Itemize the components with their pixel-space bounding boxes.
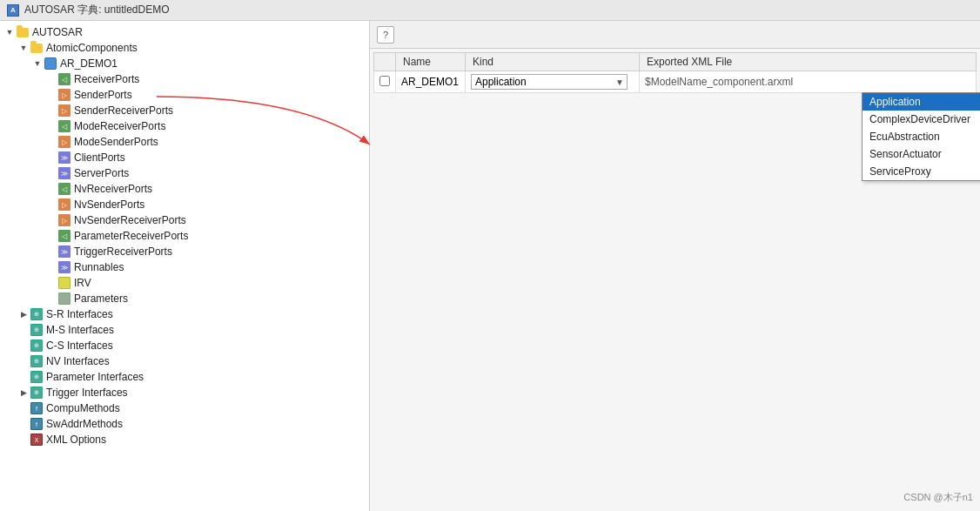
node-icon: f bbox=[30, 401, 44, 415]
node-icon: ▷ bbox=[57, 104, 71, 118]
tree-item-irv[interactable]: IRV bbox=[0, 275, 369, 291]
left-panel: ▼AUTOSAR▼AtomicComponents▼AR_DEMO1◁Recei… bbox=[0, 21, 370, 511]
data-table: Name Kind Exported XML File AR_DEMO1 bbox=[373, 52, 977, 93]
node-icon: ◁ bbox=[57, 119, 71, 133]
node-label: NV Interfaces bbox=[46, 355, 110, 367]
tree-item-sender-ports[interactable]: ▷SenderPorts bbox=[0, 87, 369, 103]
expand-icon[interactable]: ▼ bbox=[31, 57, 44, 70]
node-icon: ⊕ bbox=[30, 339, 44, 353]
expand-icon[interactable]: ▶ bbox=[17, 387, 30, 399]
node-label: AUTOSAR bbox=[32, 26, 83, 38]
expand-icon[interactable]: ▼ bbox=[3, 26, 16, 38]
col-header-checkbox bbox=[374, 53, 396, 71]
node-label: S-R Interfaces bbox=[46, 308, 113, 320]
tree-item-server-ports[interactable]: ≫ServerPorts bbox=[0, 165, 369, 181]
right-toolbar: ? bbox=[370, 21, 980, 49]
tree-item-xml-options[interactable]: XXML Options bbox=[0, 432, 369, 447]
node-icon: ≫ bbox=[57, 166, 71, 180]
kind-select-wrapper[interactable]: ▼ bbox=[471, 74, 628, 90]
row-checkbox-cell[interactable] bbox=[374, 71, 396, 93]
node-icon bbox=[16, 25, 30, 39]
tree-item-client-ports[interactable]: ≫ClientPorts bbox=[0, 150, 369, 165]
node-icon bbox=[57, 276, 71, 290]
node-icon: ◁ bbox=[57, 72, 71, 86]
tree-item-autosar-root[interactable]: ▼AUTOSAR bbox=[0, 24, 369, 40]
tree-item-nv-interfaces[interactable]: ⊕NV Interfaces bbox=[0, 353, 369, 369]
node-label: CompuMethods bbox=[46, 402, 120, 414]
node-icon: ▷ bbox=[57, 135, 71, 149]
tree-item-sender-receiver-ports[interactable]: ▷SenderReceiverPorts bbox=[0, 103, 369, 118]
tree-item-parameter-interfaces[interactable]: ⊕Parameter Interfaces bbox=[0, 369, 369, 385]
node-label: Parameters bbox=[74, 292, 128, 305]
tree-item-nv-sender-ports[interactable]: ▷NvSenderPorts bbox=[0, 197, 369, 212]
node-label: Parameter Interfaces bbox=[46, 371, 144, 383]
kind-input[interactable] bbox=[471, 74, 628, 90]
dropdown-option-serviceproxy[interactable]: ServiceProxy bbox=[863, 163, 980, 180]
node-icon: ⊕ bbox=[30, 386, 44, 400]
node-icon bbox=[30, 41, 44, 55]
node-icon: ≫ bbox=[57, 151, 71, 165]
col-header-exported: Exported XML File bbox=[640, 53, 977, 71]
node-icon: ⊕ bbox=[30, 370, 44, 384]
node-label: C-S Interfaces bbox=[46, 340, 113, 352]
tree-item-atomic-components[interactable]: ▼AtomicComponents bbox=[0, 40, 369, 56]
node-label: IRV bbox=[74, 277, 91, 289]
dropdown-option-application[interactable]: Application bbox=[863, 93, 980, 111]
tree-item-nv-receiver-ports[interactable]: ◁NvReceiverPorts bbox=[0, 181, 369, 197]
tree-item-cs-interfaces[interactable]: ⊕C-S Interfaces bbox=[0, 338, 369, 353]
row-name: AR_DEMO1 bbox=[401, 76, 459, 88]
node-label: AtomicComponents bbox=[46, 42, 138, 54]
tree-item-ms-interfaces[interactable]: ⊕M-S Interfaces bbox=[0, 322, 369, 338]
kind-dropdown[interactable]: ApplicationComplexDeviceDriverEcuAbstrac… bbox=[862, 92, 980, 181]
expand-icon[interactable]: ▼ bbox=[17, 42, 30, 54]
dropdown-option-sensoractuator[interactable]: SensorActuator bbox=[863, 145, 980, 163]
help-button[interactable]: ? bbox=[377, 26, 394, 44]
tree-item-compu-methods[interactable]: fCompuMethods bbox=[0, 400, 369, 416]
right-panel: ? Name Kind Exported XML File bbox=[370, 21, 980, 511]
tree-item-receiver-ports[interactable]: ◁ReceiverPorts bbox=[0, 71, 369, 87]
row-exported-cell: $ModelName_component.arxml bbox=[640, 71, 977, 93]
node-label: Runnables bbox=[74, 261, 124, 273]
node-label: M-S Interfaces bbox=[46, 324, 114, 336]
node-label: ReceiverPorts bbox=[74, 73, 139, 85]
dropdown-option-complexdevicedriver[interactable]: ComplexDeviceDriver bbox=[863, 111, 980, 128]
node-icon: X bbox=[30, 433, 44, 447]
row-kind-cell[interactable]: ▼ bbox=[466, 71, 640, 93]
row-exported: $ModelName_component.arxml bbox=[645, 76, 793, 88]
table-row: AR_DEMO1 ▼ $ModelName_component.arxml bbox=[374, 71, 977, 93]
node-icon: ⊕ bbox=[30, 307, 44, 321]
node-icon: ▷ bbox=[57, 213, 71, 227]
node-label: NvSenderReceiverPorts bbox=[74, 214, 186, 226]
node-label: ClientPorts bbox=[74, 151, 125, 164]
tree-item-ar-demo1[interactable]: ▼AR_DEMO1 bbox=[0, 56, 369, 71]
tree-item-trigger-interfaces[interactable]: ▶⊕Trigger Interfaces bbox=[0, 385, 369, 400]
tree-item-mode-sender-ports[interactable]: ▷ModeSenderPorts bbox=[0, 134, 369, 150]
tree-area: ▼AUTOSAR▼AtomicComponents▼AR_DEMO1◁Recei… bbox=[0, 21, 369, 451]
row-checkbox[interactable] bbox=[379, 76, 390, 86]
node-icon: ▷ bbox=[57, 198, 71, 212]
node-label: SwAddrMethods bbox=[46, 418, 123, 430]
tree-item-sr-interfaces[interactable]: ▶⊕S-R Interfaces bbox=[0, 306, 369, 322]
tree-item-trigger-receiver-ports[interactable]: ≫TriggerReceiverPorts bbox=[0, 244, 369, 259]
node-label: AR_DEMO1 bbox=[60, 57, 117, 70]
tree-item-parameters[interactable]: Parameters bbox=[0, 291, 369, 306]
expand-icon[interactable]: ▶ bbox=[17, 308, 30, 320]
node-label: ParameterReceiverPorts bbox=[74, 230, 188, 242]
dropdown-option-ecuabstraction[interactable]: EcuAbstraction bbox=[863, 128, 980, 145]
node-icon: ▷ bbox=[57, 88, 71, 102]
node-icon: f bbox=[30, 417, 44, 431]
title-bar-text: AUTOSAR 字典: untitledDEMO bbox=[24, 3, 170, 17]
watermark: CSDN @木子n1 bbox=[903, 491, 973, 504]
tree-item-parameter-receiver-ports[interactable]: ◁ParameterReceiverPorts bbox=[0, 228, 369, 244]
node-icon: ◁ bbox=[57, 182, 71, 196]
tree-item-sw-addr-methods[interactable]: fSwAddrMethods bbox=[0, 416, 369, 432]
node-label: SenderPorts bbox=[74, 89, 132, 101]
node-icon: ≫ bbox=[57, 245, 71, 259]
tree-item-nv-sender-receiver-ports[interactable]: ▷NvSenderReceiverPorts bbox=[0, 212, 369, 228]
node-label: ModeSenderPorts bbox=[74, 136, 158, 148]
node-icon: ≫ bbox=[57, 260, 71, 274]
tree-item-runnables[interactable]: ≫Runnables bbox=[0, 259, 369, 275]
tree-item-mode-receiver-ports[interactable]: ◁ModeReceiverPorts bbox=[0, 118, 369, 134]
node-icon bbox=[44, 57, 57, 71]
node-label: XML Options bbox=[46, 434, 106, 446]
